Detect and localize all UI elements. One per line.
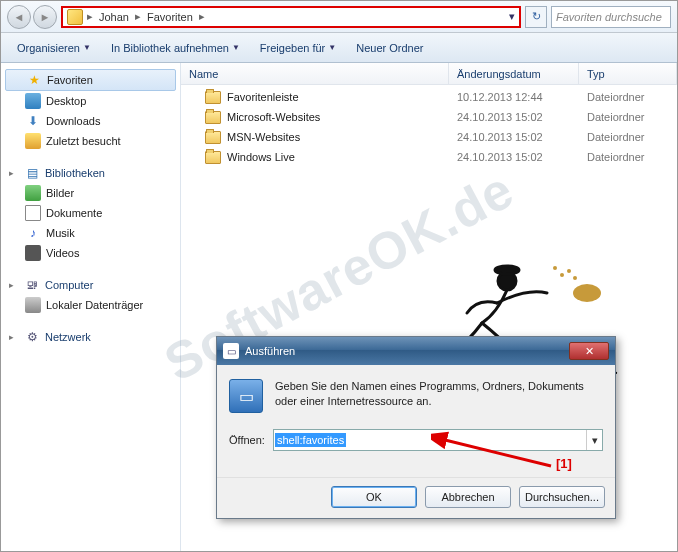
sidebar-item-videos[interactable]: Videos <box>1 243 180 263</box>
svg-point-9 <box>553 266 557 270</box>
folder-icon <box>205 111 221 124</box>
column-headers: Name Änderungsdatum Typ <box>181 63 677 85</box>
svg-point-2 <box>573 284 601 302</box>
sidebar-item-recent[interactable]: Zuletzt besucht <box>1 131 180 151</box>
ok-button[interactable]: OK <box>331 486 417 508</box>
download-icon: ⬇ <box>25 113 41 129</box>
file-name: Microsoft-Websites <box>227 111 320 123</box>
chevron-down-icon[interactable]: ▾ <box>586 430 602 450</box>
file-type: Dateiordner <box>579 151 652 163</box>
label: Favoriten <box>47 74 93 86</box>
expand-icon: ▸ <box>9 168 19 178</box>
run-dialog: ▭ Ausführen ✕ ▭ Geben Sie den Namen eine… <box>216 336 616 519</box>
label: Zuletzt besucht <box>46 135 121 147</box>
address-bar: ◄ ► ▸ Johan ▸ Favoriten ▸ ▾ ↻ Favoriten … <box>1 1 677 33</box>
svg-point-0 <box>498 272 516 290</box>
dialog-buttons: OK Abbrechen Durchsuchen... <box>217 477 615 518</box>
folder-icon <box>205 151 221 164</box>
refresh-button[interactable]: ↻ <box>525 6 547 28</box>
sidebar-item-localdisk[interactable]: Lokaler Datenträger <box>1 295 180 315</box>
table-row[interactable]: Windows Live24.10.2013 15:02Dateiordner <box>181 147 677 167</box>
table-row[interactable]: Favoritenleiste10.12.2013 12:44Dateiordn… <box>181 87 677 107</box>
file-date: 24.10.2013 15:02 <box>449 151 579 163</box>
table-row[interactable]: Microsoft-Websites24.10.2013 15:02Dateio… <box>181 107 677 127</box>
sidebar-head-libraries[interactable]: ▸▤Bibliotheken <box>1 163 180 183</box>
breadcrumb-seg[interactable]: Johan <box>97 11 131 23</box>
sidebar-item-downloads[interactable]: ⬇Downloads <box>1 111 180 131</box>
file-date: 24.10.2013 15:02 <box>449 131 579 143</box>
expand-icon: ▸ <box>9 280 19 290</box>
sidebar-head-network[interactable]: ▸⚙Netzwerk <box>1 327 180 347</box>
breadcrumb[interactable]: ▸ Johan ▸ Favoriten ▸ ▾ <box>61 6 521 28</box>
library-icon: ▤ <box>24 165 40 181</box>
new-folder-button[interactable]: Neuer Ordner <box>348 38 431 58</box>
recent-icon <box>25 133 41 149</box>
sidebar-head-computer[interactable]: ▸🖳Computer <box>1 275 180 295</box>
svg-point-10 <box>573 276 577 280</box>
music-icon: ♪ <box>25 225 41 241</box>
rows-container: Favoritenleiste10.12.2013 12:44Dateiordn… <box>181 85 677 169</box>
sidebar-item-desktop[interactable]: Desktop <box>1 91 180 111</box>
open-value: shell:favorites <box>275 433 346 447</box>
label: Desktop <box>46 95 86 107</box>
sidebar-item-documents[interactable]: Dokumente <box>1 203 180 223</box>
toolbar: Organisieren▼ In Bibliothek aufnehmen▼ F… <box>1 33 677 63</box>
file-type: Dateiordner <box>579 91 652 103</box>
folder-icon <box>67 9 83 25</box>
cancel-button[interactable]: Abbrechen <box>425 486 511 508</box>
label: Musik <box>46 227 75 239</box>
label: Computer <box>45 279 93 291</box>
open-label: Öffnen: <box>229 434 265 446</box>
open-combobox[interactable]: shell:favorites ▾ <box>273 429 603 451</box>
breadcrumb-dropdown-icon[interactable]: ▾ <box>509 10 515 23</box>
videos-icon <box>25 245 41 261</box>
file-date: 24.10.2013 15:02 <box>449 111 579 123</box>
label: In Bibliothek aufnehmen <box>111 42 229 54</box>
file-name: Favoritenleiste <box>227 91 299 103</box>
chevron-down-icon: ▼ <box>83 43 91 52</box>
dialog-title: Ausführen <box>245 345 295 357</box>
run-icon: ▭ <box>223 343 239 359</box>
file-type: Dateiordner <box>579 131 652 143</box>
chevron-right-icon: ▸ <box>197 10 207 23</box>
label: Bilder <box>46 187 74 199</box>
browse-button[interactable]: Durchsuchen... <box>519 486 605 508</box>
star-icon: ★ <box>26 72 42 88</box>
table-row[interactable]: MSN-Websites24.10.2013 15:02Dateiordner <box>181 127 677 147</box>
network-icon: ⚙ <box>24 329 40 345</box>
forward-button[interactable]: ► <box>33 5 57 29</box>
sidebar-item-favorites[interactable]: ★Favoriten <box>5 69 176 91</box>
annotation-label: [1] <box>556 456 572 471</box>
file-name: Windows Live <box>227 151 295 163</box>
close-button[interactable]: ✕ <box>569 342 609 360</box>
file-date: 10.12.2013 12:44 <box>449 91 579 103</box>
computer-icon: 🖳 <box>24 277 40 293</box>
svg-point-8 <box>567 269 571 273</box>
breadcrumb-seg[interactable]: Favoriten <box>145 11 195 23</box>
label: Freigeben für <box>260 42 325 54</box>
column-type[interactable]: Typ <box>579 63 677 84</box>
file-name: MSN-Websites <box>227 131 300 143</box>
chevron-right-icon: ▸ <box>133 10 143 23</box>
run-large-icon: ▭ <box>229 379 263 413</box>
expand-icon: ▸ <box>9 332 19 342</box>
svg-point-1 <box>495 266 519 274</box>
search-input[interactable]: Favoriten durchsuche <box>551 6 671 28</box>
column-name[interactable]: Name <box>181 63 449 84</box>
include-library-button[interactable]: In Bibliothek aufnehmen▼ <box>103 38 248 58</box>
file-type: Dateiordner <box>579 111 652 123</box>
label: Neuer Ordner <box>356 42 423 54</box>
chevron-right-icon: ▸ <box>85 10 95 23</box>
share-button[interactable]: Freigeben für▼ <box>252 38 344 58</box>
label: Organisieren <box>17 42 80 54</box>
dialog-titlebar[interactable]: ▭ Ausführen ✕ <box>217 337 615 365</box>
pictures-icon <box>25 185 41 201</box>
organize-button[interactable]: Organisieren▼ <box>9 38 99 58</box>
desktop-icon <box>25 93 41 109</box>
column-date[interactable]: Änderungsdatum <box>449 63 579 84</box>
label: Bibliotheken <box>45 167 105 179</box>
folder-icon <box>205 91 221 104</box>
sidebar-item-music[interactable]: ♪Musik <box>1 223 180 243</box>
sidebar-item-pictures[interactable]: Bilder <box>1 183 180 203</box>
back-button[interactable]: ◄ <box>7 5 31 29</box>
